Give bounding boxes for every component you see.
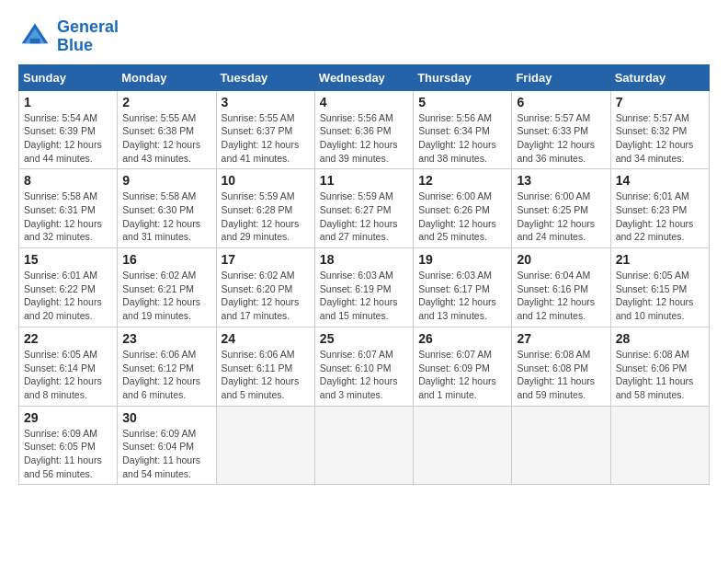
day-header-monday: Monday: [118, 64, 216, 90]
calendar-cell: 7Sunrise: 5:57 AM Sunset: 6:32 PM Daylig…: [610, 90, 709, 169]
calendar-cell: 8Sunrise: 5:58 AM Sunset: 6:31 PM Daylig…: [19, 169, 118, 248]
day-number: 3: [222, 95, 310, 109]
day-number: 25: [320, 331, 408, 346]
day-info: Sunrise: 6:00 AM Sunset: 6:25 PM Dayligh…: [517, 190, 605, 244]
calendar-cell: 23Sunrise: 6:06 AM Sunset: 6:12 PM Dayli…: [118, 327, 216, 406]
calendar-cell: 18Sunrise: 6:03 AM Sunset: 6:19 PM Dayli…: [314, 248, 413, 327]
day-number: 15: [24, 252, 112, 267]
calendar-cell: 20Sunrise: 6:04 AM Sunset: 6:16 PM Dayli…: [512, 248, 610, 327]
svg-rect-2: [30, 39, 40, 43]
day-number: 16: [122, 252, 210, 267]
calendar-week-5: 29Sunrise: 6:09 AM Sunset: 6:05 PM Dayli…: [19, 406, 710, 485]
day-number: 24: [222, 331, 310, 346]
day-number: 11: [320, 173, 408, 188]
day-info: Sunrise: 6:09 AM Sunset: 6:05 PM Dayligh…: [24, 427, 112, 481]
day-info: Sunrise: 6:03 AM Sunset: 6:17 PM Dayligh…: [418, 269, 506, 323]
day-info: Sunrise: 6:04 AM Sunset: 6:16 PM Dayligh…: [517, 269, 605, 323]
day-info: Sunrise: 6:03 AM Sunset: 6:19 PM Dayligh…: [320, 269, 408, 323]
day-number: 29: [24, 410, 112, 425]
calendar-cell: 13Sunrise: 6:00 AM Sunset: 6:25 PM Dayli…: [512, 169, 610, 248]
calendar-cell: 25Sunrise: 6:07 AM Sunset: 6:10 PM Dayli…: [314, 327, 413, 406]
calendar-cell: 30Sunrise: 6:09 AM Sunset: 6:04 PM Dayli…: [118, 406, 216, 485]
day-info: Sunrise: 5:54 AM Sunset: 6:39 PM Dayligh…: [24, 111, 112, 166]
calendar-cell: 5Sunrise: 5:56 AM Sunset: 6:34 PM Daylig…: [414, 90, 512, 169]
day-info: Sunrise: 6:06 AM Sunset: 6:11 PM Dayligh…: [222, 348, 310, 402]
day-info: Sunrise: 5:56 AM Sunset: 6:36 PM Dayligh…: [320, 111, 408, 166]
day-info: Sunrise: 6:07 AM Sunset: 6:10 PM Dayligh…: [320, 348, 408, 402]
day-number: 10: [222, 173, 310, 188]
day-info: Sunrise: 6:05 AM Sunset: 6:14 PM Dayligh…: [24, 348, 112, 402]
day-header-wednesday: Wednesday: [314, 64, 413, 90]
calendar-cell: [414, 406, 512, 485]
day-info: Sunrise: 6:09 AM Sunset: 6:04 PM Dayligh…: [122, 427, 210, 481]
day-info: Sunrise: 6:08 AM Sunset: 6:06 PM Dayligh…: [616, 348, 704, 402]
day-number: 1: [24, 95, 112, 109]
day-number: 7: [616, 95, 704, 109]
day-number: 21: [616, 252, 704, 267]
logo: General Blue: [18, 18, 119, 55]
calendar-cell: [512, 406, 610, 485]
calendar-cell: [216, 406, 314, 485]
day-header-sunday: Sunday: [19, 64, 118, 90]
day-info: Sunrise: 6:07 AM Sunset: 6:09 PM Dayligh…: [418, 348, 506, 402]
day-info: Sunrise: 5:58 AM Sunset: 6:30 PM Dayligh…: [122, 190, 210, 244]
calendar-cell: 1Sunrise: 5:54 AM Sunset: 6:39 PM Daylig…: [19, 90, 118, 169]
calendar-header-row: SundayMondayTuesdayWednesdayThursdayFrid…: [19, 64, 710, 90]
day-number: 30: [122, 410, 210, 425]
calendar-cell: 16Sunrise: 6:02 AM Sunset: 6:21 PM Dayli…: [118, 248, 216, 327]
day-number: 6: [517, 95, 605, 109]
day-number: 8: [24, 173, 112, 188]
day-info: Sunrise: 6:00 AM Sunset: 6:26 PM Dayligh…: [418, 190, 506, 244]
day-number: 20: [517, 252, 605, 267]
calendar-cell: 27Sunrise: 6:08 AM Sunset: 6:08 PM Dayli…: [512, 327, 610, 406]
day-number: 19: [418, 252, 506, 267]
calendar-cell: 12Sunrise: 6:00 AM Sunset: 6:26 PM Dayli…: [414, 169, 512, 248]
day-number: 13: [517, 173, 605, 188]
day-number: 23: [122, 331, 210, 346]
logo-text: General Blue: [57, 18, 119, 55]
day-number: 2: [122, 95, 210, 109]
day-number: 28: [616, 331, 704, 346]
day-number: 12: [418, 173, 506, 188]
calendar-cell: 29Sunrise: 6:09 AM Sunset: 6:05 PM Dayli…: [19, 406, 118, 485]
day-info: Sunrise: 5:57 AM Sunset: 6:33 PM Dayligh…: [517, 111, 605, 166]
calendar-cell: 21Sunrise: 6:05 AM Sunset: 6:15 PM Dayli…: [610, 248, 709, 327]
day-info: Sunrise: 6:06 AM Sunset: 6:12 PM Dayligh…: [122, 348, 210, 402]
day-info: Sunrise: 5:56 AM Sunset: 6:34 PM Dayligh…: [418, 111, 506, 166]
calendar-week-4: 22Sunrise: 6:05 AM Sunset: 6:14 PM Dayli…: [19, 327, 710, 406]
calendar-cell: 26Sunrise: 6:07 AM Sunset: 6:09 PM Dayli…: [414, 327, 512, 406]
calendar-cell: 4Sunrise: 5:56 AM Sunset: 6:36 PM Daylig…: [314, 90, 413, 169]
logo-icon: [18, 20, 51, 53]
calendar-cell: [610, 406, 709, 485]
day-info: Sunrise: 5:55 AM Sunset: 6:37 PM Dayligh…: [222, 111, 310, 166]
day-info: Sunrise: 5:59 AM Sunset: 6:28 PM Dayligh…: [222, 190, 310, 244]
day-info: Sunrise: 6:01 AM Sunset: 6:22 PM Dayligh…: [24, 269, 112, 323]
calendar-cell: 22Sunrise: 6:05 AM Sunset: 6:14 PM Dayli…: [19, 327, 118, 406]
calendar-cell: [314, 406, 413, 485]
day-number: 17: [222, 252, 310, 267]
calendar-week-1: 1Sunrise: 5:54 AM Sunset: 6:39 PM Daylig…: [19, 90, 710, 169]
day-number: 26: [418, 331, 506, 346]
calendar-cell: 6Sunrise: 5:57 AM Sunset: 6:33 PM Daylig…: [512, 90, 610, 169]
day-number: 18: [320, 252, 408, 267]
day-number: 9: [122, 173, 210, 188]
calendar-cell: 24Sunrise: 6:06 AM Sunset: 6:11 PM Dayli…: [216, 327, 314, 406]
day-info: Sunrise: 6:02 AM Sunset: 6:21 PM Dayligh…: [122, 269, 210, 323]
day-info: Sunrise: 5:57 AM Sunset: 6:32 PM Dayligh…: [616, 111, 704, 166]
calendar-cell: 19Sunrise: 6:03 AM Sunset: 6:17 PM Dayli…: [414, 248, 512, 327]
day-header-tuesday: Tuesday: [216, 64, 314, 90]
calendar-cell: 28Sunrise: 6:08 AM Sunset: 6:06 PM Dayli…: [610, 327, 709, 406]
page-header: General Blue: [18, 18, 710, 55]
calendar-table: SundayMondayTuesdayWednesdayThursdayFrid…: [18, 64, 710, 486]
day-info: Sunrise: 6:08 AM Sunset: 6:08 PM Dayligh…: [517, 348, 605, 402]
calendar-week-2: 8Sunrise: 5:58 AM Sunset: 6:31 PM Daylig…: [19, 169, 710, 248]
day-info: Sunrise: 6:05 AM Sunset: 6:15 PM Dayligh…: [616, 269, 704, 323]
day-info: Sunrise: 5:59 AM Sunset: 6:27 PM Dayligh…: [320, 190, 408, 244]
day-info: Sunrise: 5:58 AM Sunset: 6:31 PM Dayligh…: [24, 190, 112, 244]
day-number: 14: [616, 173, 704, 188]
calendar-cell: 3Sunrise: 5:55 AM Sunset: 6:37 PM Daylig…: [216, 90, 314, 169]
calendar-cell: 9Sunrise: 5:58 AM Sunset: 6:30 PM Daylig…: [118, 169, 216, 248]
calendar-week-3: 15Sunrise: 6:01 AM Sunset: 6:22 PM Dayli…: [19, 248, 710, 327]
day-info: Sunrise: 6:01 AM Sunset: 6:23 PM Dayligh…: [616, 190, 704, 244]
calendar-cell: 14Sunrise: 6:01 AM Sunset: 6:23 PM Dayli…: [610, 169, 709, 248]
